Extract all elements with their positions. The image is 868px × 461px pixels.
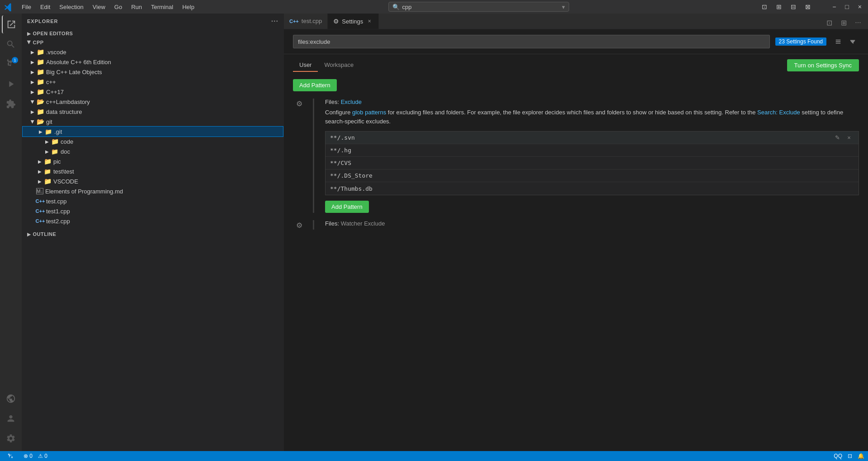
turn-on-sync-button[interactable]: Turn on Settings Sync	[787, 59, 859, 71]
tree-item-git[interactable]: ▶ 📂 git	[22, 117, 284, 127]
tree-item-cpp17[interactable]: ▶ 📁 C++17	[22, 87, 284, 97]
tree-item-vscode2[interactable]: ▶ 📁 VSCODE	[22, 176, 284, 186]
exclude-edit-svn[interactable]: ✎	[832, 133, 842, 143]
desc-link2[interactable]: Search: Exclude	[757, 109, 800, 116]
tree-item-test2cpp[interactable]: ▶ C++ test2.cpp	[22, 216, 284, 226]
sidebar-toggle-icon[interactable]: ⊞	[774, 2, 784, 11]
tab-testcpp[interactable]: C++ test.cpp	[284, 14, 328, 29]
tree-item-elements[interactable]: ▶ M↓ Elements of Programming.md	[22, 186, 284, 196]
tree-item-code[interactable]: ▶ 📁 code	[22, 136, 284, 146]
status-qq[interactable]: QQ	[834, 453, 842, 459]
settings-header: User Workspace Turn on Settings Sync	[284, 54, 868, 72]
sidebar-content[interactable]: ▶ OPEN EDITORS ▶ CPP ▶ 📁 .vscode ▶ 📁 A	[22, 29, 284, 451]
maximize-button[interactable]: □	[842, 2, 851, 11]
folder-vscode-icon: 📁	[36, 48, 44, 56]
settings-content[interactable]: Add Pattern ⚙ Files: Exclude Configure g…	[284, 72, 868, 451]
status-warnings[interactable]: ⚠ 0	[38, 453, 47, 459]
exclude-item-ds[interactable]: **/.DS_Store ✎ ×	[326, 169, 859, 182]
sidebar-more-button[interactable]: ···	[271, 17, 278, 25]
activity-accounts[interactable]	[2, 409, 20, 428]
settings-search-bar: 23 Settings Found	[284, 29, 868, 54]
layout-icon[interactable]: ⊡	[759, 2, 770, 11]
chevron-dotgit: ▶	[37, 129, 44, 134]
title-search-box[interactable]: 🔍 cpp ▾	[388, 2, 569, 12]
exclude-delete-thumbs[interactable]: ×	[844, 183, 854, 193]
activity-explorer[interactable]	[2, 15, 20, 33]
tree-item-lambdastory[interactable]: ▶ 📂 c++Lambdastory	[22, 97, 284, 107]
activity-search[interactable]	[2, 35, 20, 53]
minimize-button[interactable]: −	[830, 2, 839, 11]
activity-extensions[interactable]	[2, 95, 20, 113]
tree-item-testcpp[interactable]: ▶ C++ test.cpp	[22, 196, 284, 206]
title-search-text: cpp	[402, 4, 412, 10]
folder-cpp17-icon: 📁	[36, 88, 44, 96]
exclude-delete-cvs[interactable]: ×	[844, 158, 854, 168]
activity-run-debug[interactable]	[2, 75, 20, 93]
split-editor-button[interactable]: ⊡	[823, 16, 835, 29]
outline-section[interactable]: ▶ OUTLINE	[22, 230, 284, 239]
tree-item-datastructure[interactable]: ▶ 📁 data structure	[22, 107, 284, 117]
watcher-title-value: Watcher Exclude	[341, 220, 385, 227]
tree-item-dotgit[interactable]: ▶ 📁 .git	[23, 127, 283, 136]
menu-edit[interactable]: Edit	[37, 3, 54, 11]
menu-selection[interactable]: Selection	[56, 3, 87, 11]
exclude-item-hg[interactable]: **/.hg ✎ ×	[326, 144, 859, 157]
tab-user[interactable]: User	[293, 59, 318, 72]
activity-remote[interactable]	[2, 390, 20, 408]
tree-item-vscode[interactable]: ▶ 📁 .vscode	[22, 47, 284, 57]
watcher-gear-icon[interactable]: ⚙	[296, 221, 302, 230]
tree-item-doc[interactable]: ▶ 📁 doc	[22, 146, 284, 156]
watcher-title-key: Files:	[325, 220, 341, 227]
menu-bar: File Edit Selection View Go Run Terminal…	[18, 3, 198, 11]
menu-terminal[interactable]: Terminal	[147, 3, 177, 11]
exclude-delete-svn[interactable]: ×	[844, 133, 854, 143]
exclude-edit-thumbs[interactable]: ✎	[832, 183, 842, 193]
activity-settings[interactable]	[2, 429, 20, 447]
exclude-edit-cvs[interactable]: ✎	[832, 158, 842, 168]
tab-settings-close[interactable]: ×	[366, 18, 373, 25]
exclude-item-svn[interactable]: **/.svn ✎ ×	[326, 132, 859, 144]
cpp-section[interactable]: ▶ CPP	[22, 38, 284, 47]
tree-item-bigcpp[interactable]: ▶ 📁 Big C++ Late Objects	[22, 67, 284, 77]
settings-filter-button[interactable]	[846, 35, 859, 48]
layout-more-icon[interactable]: ⊠	[802, 2, 813, 11]
tree-item-cpp[interactable]: ▶ 📁 c++	[22, 77, 284, 87]
status-remote[interactable]	[4, 453, 18, 460]
tree-item-test1cpp[interactable]: ▶ C++ test1.cpp	[22, 206, 284, 216]
tree-item-absolute[interactable]: ▶ 📁 Absolute C++ 6th Edition	[22, 57, 284, 67]
status-notifications[interactable]: 🔔	[858, 453, 864, 459]
menu-file[interactable]: File	[18, 3, 35, 11]
exclude-edit-ds[interactable]: ✎	[832, 171, 842, 181]
close-button[interactable]: ×	[855, 2, 864, 11]
status-layout[interactable]: ⊡	[848, 453, 852, 459]
add-pattern-button-bottom[interactable]: Add Pattern	[325, 201, 369, 213]
tab-settings[interactable]: ⚙ Settings ×	[328, 14, 379, 29]
panel-toggle-icon[interactable]: ⊟	[788, 2, 799, 11]
tree-item-pic[interactable]: ▶ 📁 pic	[22, 156, 284, 166]
open-editors-section[interactable]: ▶ OPEN EDITORS	[22, 29, 284, 38]
settings-search-input[interactable]	[293, 35, 770, 48]
setting-gear-icon[interactable]: ⚙	[296, 99, 302, 108]
more-actions-button[interactable]: ···	[852, 16, 864, 29]
activity-source-control[interactable]: 1	[2, 55, 20, 73]
desc-link1[interactable]: glob patterns	[352, 109, 386, 116]
tree-label-test1cpp: test1.cpp	[46, 208, 70, 215]
menu-go[interactable]: Go	[111, 3, 126, 11]
files-exclude-setting: ⚙ Files: Exclude Configure glob patterns…	[293, 99, 859, 213]
status-right: QQ ⊡ 🔔	[834, 453, 864, 459]
exclude-delete-hg[interactable]: ×	[844, 146, 854, 155]
editor-layout-button[interactable]: ⊞	[837, 16, 850, 29]
exclude-delete-ds[interactable]: ×	[844, 171, 854, 181]
exclude-item-cvs[interactable]: **/CVS ✎ ×	[326, 157, 859, 169]
menu-view[interactable]: View	[89, 3, 109, 11]
exclude-item-thumbs[interactable]: **/Thumbs.db ✎ ×	[326, 182, 859, 195]
status-errors[interactable]: ⊗ 0	[24, 453, 33, 459]
tab-workspace[interactable]: Workspace	[318, 59, 360, 72]
exclude-edit-hg[interactable]: ✎	[832, 146, 842, 155]
menu-run[interactable]: Run	[127, 3, 146, 11]
tree-item-testtest[interactable]: ▶ 📁 test\test	[22, 166, 284, 176]
add-pattern-button-top[interactable]: Add Pattern	[293, 79, 337, 91]
folder-pic-icon: 📁	[43, 157, 52, 165]
menu-help[interactable]: Help	[179, 3, 198, 11]
settings-list-view-button[interactable]	[832, 35, 844, 48]
